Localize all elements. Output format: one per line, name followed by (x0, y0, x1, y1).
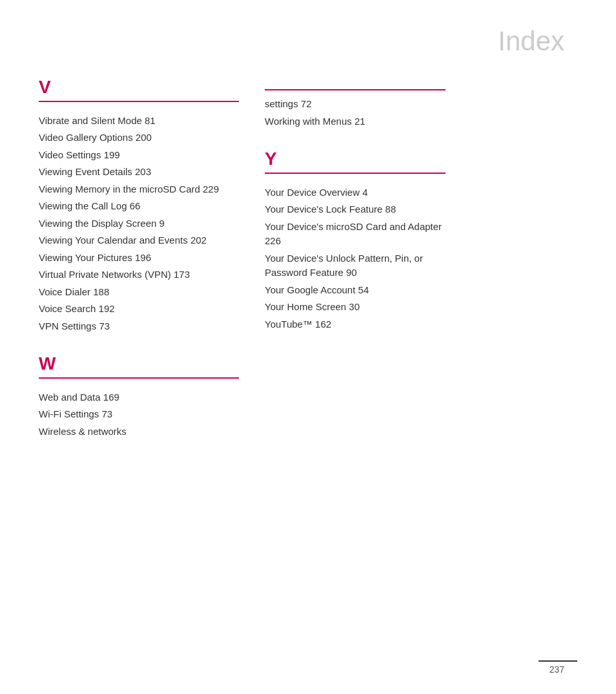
page-number: 237 (549, 664, 564, 675)
entry-wireless-networks: Wireless & networks (39, 425, 239, 439)
section-letter-w: W (39, 353, 239, 375)
entry-home-screen: Your Home Screen 30 (265, 300, 446, 315)
section-divider-v (39, 101, 239, 102)
entry-viewing-memory: Viewing Memory in the microSD Card 229 (39, 182, 239, 197)
entry-viewing-display: Viewing the Display Screen 9 (39, 216, 239, 231)
entry-settings-72: settings 72 (265, 97, 446, 112)
entry-device-unlock: Your Device's Unlock Pattern, Pin, or Pa… (265, 251, 446, 280)
entry-vpn-networks: Virtual Private Networks (VPN) 173 (39, 268, 239, 282)
entry-voice-search: Voice Search 192 (39, 302, 239, 317)
section-w: W Web and Data 169 Wi-Fi Settings 73 Wir… (39, 353, 239, 439)
page-title: Index (0, 0, 616, 76)
section-divider-w-cont (265, 89, 446, 90)
section-divider-y (265, 173, 446, 174)
entry-youtube: YouTube™ 162 (265, 317, 446, 332)
entry-working-menus: Working with Menus 21 (265, 114, 446, 129)
entry-vpn-settings: VPN Settings 73 (39, 319, 239, 334)
section-divider-w (39, 377, 239, 379)
section-y: Y Your Device Overview 4 Your Device's L… (265, 148, 446, 331)
section-v: V Vibrate and Silent Mode 81 Video Galle… (39, 76, 239, 333)
entry-device-overview: Your Device Overview 4 (265, 185, 446, 200)
entry-web-data: Web and Data 169 (39, 390, 239, 405)
entry-voice-dialer: Voice Dialer 188 (39, 285, 239, 300)
right-column: settings 72 Working with Menus 21 Y Your… (265, 76, 446, 458)
section-letter-y: Y (265, 148, 446, 170)
entry-viewing-call-log: Viewing the Call Log 66 (39, 199, 239, 214)
entry-wifi-settings: Wi-Fi Settings 73 (39, 407, 239, 422)
entry-device-microsd: Your Device's microSD Card and Adapter 2… (265, 220, 446, 249)
entry-viewing-calendar: Viewing Your Calendar and Events 202 (39, 233, 239, 248)
page-number-line (539, 660, 577, 662)
entry-google-account: Your Google Account 54 (265, 283, 446, 298)
left-column: V Vibrate and Silent Mode 81 Video Galle… (39, 76, 239, 458)
entry-vibrate: Vibrate and Silent Mode 81 (39, 114, 239, 129)
section-w-continued: settings 72 Working with Menus 21 (265, 76, 446, 129)
entry-viewing-pictures: Viewing Your Pictures 196 (39, 251, 239, 266)
entry-video-settings: Video Settings 199 (39, 148, 239, 163)
section-letter-v: V (39, 76, 239, 98)
entry-device-lock: Your Device's Lock Feature 88 (265, 202, 446, 217)
entry-video-gallery: Video Gallery Options 200 (39, 131, 239, 145)
entry-viewing-event: Viewing Event Details 203 (39, 165, 239, 180)
